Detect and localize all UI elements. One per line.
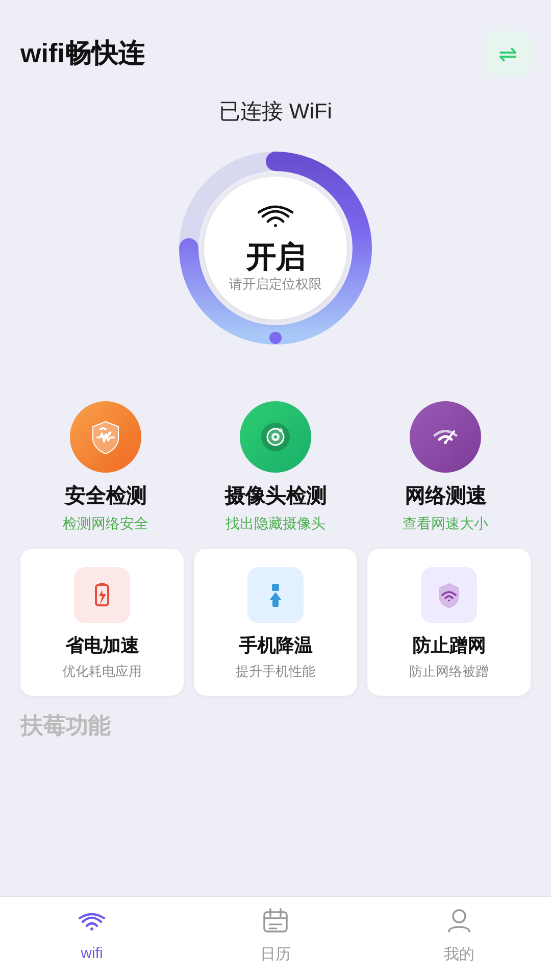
speed-name: 网络测速: [405, 482, 486, 510]
cooling-icon-box: [247, 567, 304, 623]
partial-title: 扶莓功能: [20, 713, 110, 738]
camera-name: 摄像头检测: [224, 482, 327, 510]
svg-marker-12: [269, 592, 282, 600]
open-label: 开启: [246, 242, 305, 272]
battery-name: 省电加速: [65, 633, 139, 658]
donut-center[interactable]: 开启 请开启定位权限: [204, 177, 347, 320]
feature-camera[interactable]: 摄像头检测 找出隐藏摄像头: [204, 401, 347, 533]
svg-point-6: [274, 435, 277, 438]
security-name: 安全检测: [65, 482, 146, 510]
battery-desc: 优化耗电应用: [62, 663, 142, 680]
nav-wifi[interactable]: wifi: [41, 911, 143, 962]
hero-section: 已连接 WiFi: [0, 87, 551, 386]
card-prevent[interactable]: 防止蹭网 防止网络被蹭: [367, 549, 531, 696]
donut-dot: [269, 332, 282, 344]
app-title: wifi畅快连: [20, 36, 144, 71]
feature-speed[interactable]: 网络测速 查看网速大小: [374, 401, 517, 533]
header: wifi畅快连 ⇌: [0, 0, 551, 87]
transfer-button[interactable]: ⇌: [485, 31, 531, 77]
connected-status: 已连接 WiFi: [219, 97, 332, 126]
transfer-icon: ⇌: [498, 41, 517, 67]
nav-calendar-label: 日历: [260, 944, 291, 965]
card-battery[interactable]: 省电加速 优化耗电应用: [20, 549, 184, 696]
speed-icon-circle: [410, 401, 481, 473]
cooling-name: 手机降温: [239, 633, 312, 658]
camera-icon: [258, 419, 293, 455]
cooling-icon: [262, 582, 289, 608]
cooling-desc: 提升手机性能: [236, 663, 315, 680]
camera-icon-circle: [240, 401, 311, 473]
speed-icon: [428, 419, 463, 455]
svg-rect-13: [272, 600, 279, 607]
battery-icon-box: [74, 567, 130, 623]
nav-profile[interactable]: 我的: [408, 907, 510, 965]
wifi-signal-icon: [258, 204, 293, 238]
card-cooling[interactable]: 手机降温 提升手机性能: [194, 549, 357, 696]
svg-rect-11: [272, 584, 279, 591]
security-icon: [88, 419, 123, 455]
speed-desc: 查看网速大小: [403, 514, 488, 533]
nav-wifi-icon: [79, 911, 105, 940]
nav-profile-label: 我的: [444, 944, 474, 965]
prevent-desc: 防止网络被蹭: [409, 663, 489, 680]
camera-desc: 找出隐藏摄像头: [226, 514, 325, 533]
svg-rect-10: [99, 583, 105, 586]
battery-icon: [89, 582, 115, 608]
prevent-icon-box: [421, 567, 477, 623]
features-bottom: 省电加速 优化耗电应用 手机降温 提升手机性能: [0, 538, 551, 706]
prevent-name: 防止蹭网: [412, 633, 486, 658]
security-icon-circle: [70, 401, 141, 473]
partial-section: 扶莓功能: [0, 706, 551, 741]
bottom-nav: wifi 日历 我的: [0, 896, 551, 980]
nav-calendar-icon: [262, 907, 289, 940]
nav-profile-icon: [446, 907, 472, 940]
nav-calendar[interactable]: 日历: [224, 907, 327, 965]
wifi-donut[interactable]: 开启 请开启定位权限: [168, 141, 383, 355]
security-desc: 检测网络安全: [63, 514, 148, 533]
nav-wifi-label: wifi: [81, 944, 103, 962]
svg-point-20: [453, 910, 465, 922]
feature-security[interactable]: 安全检测 检测网络安全: [34, 401, 177, 533]
prevent-icon: [436, 582, 462, 608]
svg-point-7: [279, 428, 283, 432]
features-top: 安全检测 检测网络安全 摄像头检测 找出隐藏摄像头: [0, 386, 551, 538]
open-sublabel: 请开启定位权限: [229, 275, 322, 293]
